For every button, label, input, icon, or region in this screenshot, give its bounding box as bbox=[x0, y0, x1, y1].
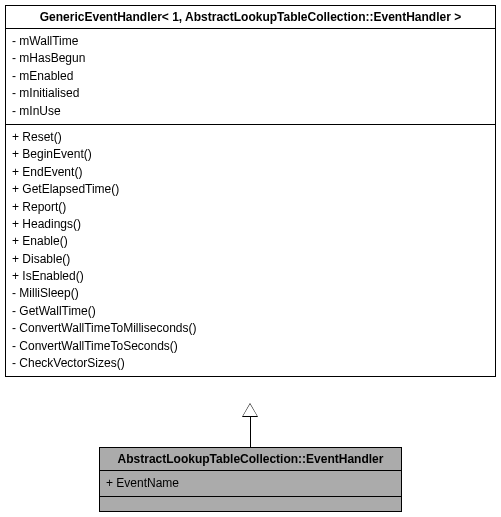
attribute: - mHasBegun bbox=[12, 50, 489, 67]
attribute: - mInUse bbox=[12, 103, 489, 120]
operation: + BeginEvent() bbox=[12, 146, 489, 163]
operation: + Disable() bbox=[12, 251, 489, 268]
operation: + GetElapsedTime() bbox=[12, 181, 489, 198]
operation: - MilliSleep() bbox=[12, 285, 489, 302]
attribute: - mWallTime bbox=[12, 33, 489, 50]
operation: - GetWallTime() bbox=[12, 303, 489, 320]
attribute: - mEnabled bbox=[12, 68, 489, 85]
operation: - CheckVectorSizes() bbox=[12, 355, 489, 372]
derived-class-title: AbstractLookupTableCollection::EventHand… bbox=[100, 448, 401, 471]
base-operations: + Reset() + BeginEvent() + EndEvent() + … bbox=[6, 125, 495, 376]
derived-class-box: AbstractLookupTableCollection::EventHand… bbox=[99, 447, 402, 512]
derived-attributes: + EventName bbox=[100, 471, 401, 497]
operation: + IsEnabled() bbox=[12, 268, 489, 285]
operation: + Enable() bbox=[12, 233, 489, 250]
base-class-box: GenericEventHandler< 1, AbstractLookupTa… bbox=[5, 5, 496, 377]
operation: - ConvertWallTimeToSeconds() bbox=[12, 338, 489, 355]
derived-operations-empty bbox=[100, 497, 401, 511]
operation: + Report() bbox=[12, 199, 489, 216]
inheritance-arrow-line bbox=[250, 417, 251, 447]
base-class-title: GenericEventHandler< 1, AbstractLookupTa… bbox=[6, 6, 495, 29]
attribute: + EventName bbox=[106, 475, 395, 492]
uml-inheritance-diagram: GenericEventHandler< 1, AbstractLookupTa… bbox=[5, 5, 496, 512]
base-attributes: - mWallTime - mHasBegun - mEnabled - mIn… bbox=[6, 29, 495, 125]
operation: + Reset() bbox=[12, 129, 489, 146]
operation: + EndEvent() bbox=[12, 164, 489, 181]
attribute: - mInitialised bbox=[12, 85, 489, 102]
inheritance-arrow-head bbox=[242, 403, 258, 417]
operation: + Headings() bbox=[12, 216, 489, 233]
operation: - ConvertWallTimeToMilliseconds() bbox=[12, 320, 489, 337]
